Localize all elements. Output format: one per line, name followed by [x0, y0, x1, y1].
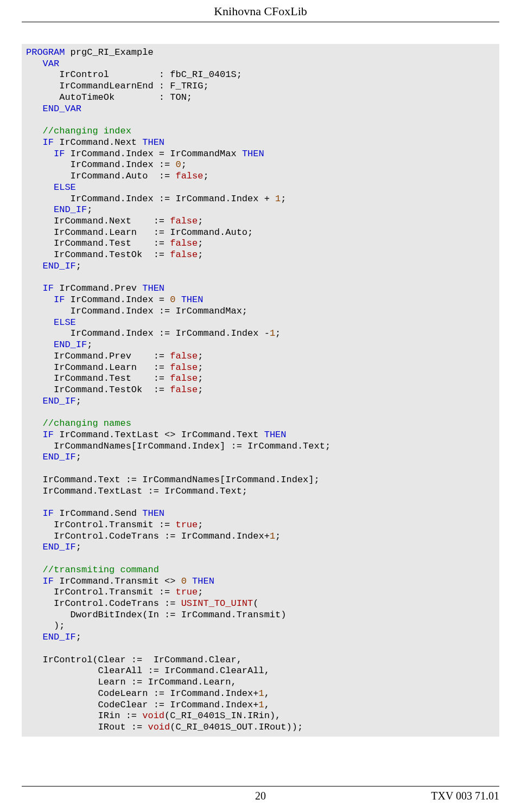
code-token: ; — [198, 520, 203, 530]
code-token: IF — [43, 576, 54, 586]
code-line: IrCommand.Index := 0; — [26, 159, 495, 171]
code-token: END_IF — [54, 340, 87, 350]
code-token: false — [170, 250, 198, 260]
code-token: 1 — [258, 688, 264, 699]
code-token: END_IF — [43, 396, 76, 406]
code-line: VAR — [26, 59, 495, 70]
code-line: ClearAll := IrCommand.ClearAll, — [26, 666, 495, 677]
code-token: IrControl.Transmit := — [26, 587, 175, 597]
code-token — [175, 295, 181, 305]
code-token: THEN — [264, 430, 287, 440]
code-token: END_IF — [43, 632, 76, 642]
code-token: THEN — [192, 576, 214, 586]
code-token: (C_RI_0401S_OUT.IRout)); — [170, 722, 303, 732]
code-token: ; — [87, 204, 92, 215]
code-token: void — [142, 711, 164, 721]
code-line: IrCommand.Prev := false; — [26, 351, 495, 362]
code-line: CodeClear := IrCommand.Index+1, — [26, 700, 495, 711]
code-line: IrCommand.TestOk := false; — [26, 250, 495, 261]
code-token — [26, 340, 54, 350]
code-line: IrControl.CodeTrans := IrCommand.Index+1… — [26, 531, 495, 542]
code-token: 1 — [275, 194, 281, 204]
code-line: IrCommand.Index := IrCommandMax; — [26, 306, 495, 317]
code-token: 1 — [270, 328, 275, 338]
code-line: END_IF; — [26, 340, 495, 351]
code-line: //changing index — [26, 126, 495, 137]
code-token: ; — [87, 340, 92, 350]
document-footer: 20 TXV 003 71.01 — [22, 786, 499, 802]
code-token: IrCommand.Learn := — [26, 362, 170, 373]
code-line: IrCommand.TextLast := IrCommand.Text; — [26, 486, 495, 497]
code-token — [26, 565, 43, 575]
code-token: IrCommand.Auto := — [26, 171, 175, 181]
code-line: END_IF; — [26, 261, 495, 272]
code-line: AutoTimeOk : TON; — [26, 92, 495, 104]
code-token: false — [170, 238, 198, 248]
code-token: IrControl.CodeTrans := — [26, 598, 181, 609]
code-token: IrCommand.Transmit <> — [54, 576, 181, 586]
code-token: IRin := — [26, 711, 142, 721]
code-token — [187, 576, 192, 586]
code-line: Learn := IrCommand.Learn, — [26, 677, 495, 688]
code-token: DwordBitIndex(In := IrCommand.Transmit) — [26, 610, 286, 620]
code-token: false — [170, 385, 198, 395]
code-token: AutoTimeOk : TON; — [26, 92, 192, 103]
code-line: IrCommandNames[IrCommand.Index] := IrCom… — [26, 441, 495, 452]
code-token: IrCommand.TextLast := IrCommand.Text; — [26, 486, 247, 496]
code-token: ( — [253, 598, 258, 609]
code-line: END_IF; — [26, 396, 495, 407]
code-token — [26, 452, 43, 462]
code-token: ; — [76, 261, 81, 271]
code-line: IrCommand.Next := false; — [26, 216, 495, 227]
code-token: CodeLearn := IrCommand.Index+ — [26, 688, 258, 699]
code-token: IrCommand.TestOk := — [26, 250, 170, 260]
code-token: ; — [181, 159, 187, 170]
code-token: IrCommand.Learn := IrCommand.Auto; — [26, 227, 253, 238]
code-line: IrControl.CodeTrans := USINT_TO_UINT( — [26, 598, 495, 610]
code-line: IrCommand.Auto := false; — [26, 171, 495, 182]
code-line: IF IrCommand.TextLast <> IrCommand.Text … — [26, 430, 495, 441]
code-token: END_VAR — [43, 104, 81, 114]
code-token: ELSE — [54, 182, 76, 193]
code-line — [26, 553, 495, 565]
code-token: (C_RI_0401S_IN.IRin), — [164, 711, 281, 721]
code-token: IF — [54, 149, 65, 159]
code-token — [26, 182, 54, 193]
code-token: //transmiting command — [43, 565, 159, 575]
code-token: ; — [198, 351, 203, 361]
code-line: ); — [26, 621, 495, 632]
code-token: END_IF — [54, 204, 87, 215]
code-line — [26, 643, 495, 655]
code-token: IrCommand.Next := — [26, 216, 170, 226]
code-line: END_IF; — [26, 452, 495, 463]
code-line: //transmiting command — [26, 565, 495, 576]
code-token: IF — [43, 137, 54, 148]
code-line: //changing names — [26, 418, 495, 430]
code-token: ; — [281, 194, 286, 204]
code-token: ; — [76, 542, 81, 552]
code-token — [26, 149, 54, 159]
code-token — [26, 396, 43, 406]
code-line: IrCommand.Test := false; — [26, 373, 495, 385]
code-token: IF — [43, 430, 54, 440]
code-line: IF IrCommand.Index = 0 THEN — [26, 295, 495, 306]
code-line — [26, 407, 495, 419]
code-token — [26, 317, 54, 328]
code-line: IrControl(Clear := IrCommand.Clear, — [26, 655, 495, 666]
code-line — [26, 463, 495, 475]
code-line: IrControl : fbC_RI_0401S; — [26, 69, 495, 81]
code-line: ELSE — [26, 182, 495, 194]
code-line: IF IrCommand.Next THEN — [26, 137, 495, 149]
code-token: IrControl(Clear := IrCommand.Clear, — [26, 655, 242, 665]
code-token: IrCommand.Index = — [65, 295, 170, 305]
code-token: ELSE — [54, 317, 76, 328]
code-token: VAR — [43, 59, 60, 69]
code-token: 1 — [270, 531, 275, 541]
code-token: THEN — [142, 283, 164, 293]
code-token: END_IF — [43, 261, 76, 271]
code-token: ); — [26, 621, 65, 631]
code-token — [26, 418, 43, 429]
code-token: , — [264, 700, 270, 710]
code-line: IrCommand.Index := IrCommand.Index -1; — [26, 328, 495, 340]
code-token: , — [264, 688, 270, 699]
